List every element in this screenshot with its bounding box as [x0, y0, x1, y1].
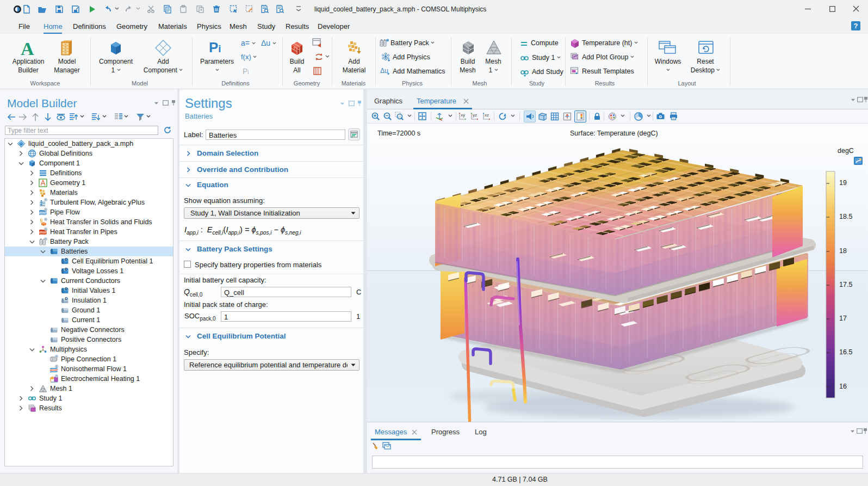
svg-text:D: D — [65, 297, 68, 300]
svg-text:xy: xy — [461, 113, 465, 118]
svg-text:D: D — [65, 267, 68, 271]
svg-text:yz: yz — [473, 113, 477, 118]
svg-text:Δu: Δu — [380, 67, 388, 75]
svg-text:D: D — [65, 257, 68, 261]
svg-text:D: D — [65, 287, 68, 291]
svg-text:xz: xz — [485, 113, 489, 118]
